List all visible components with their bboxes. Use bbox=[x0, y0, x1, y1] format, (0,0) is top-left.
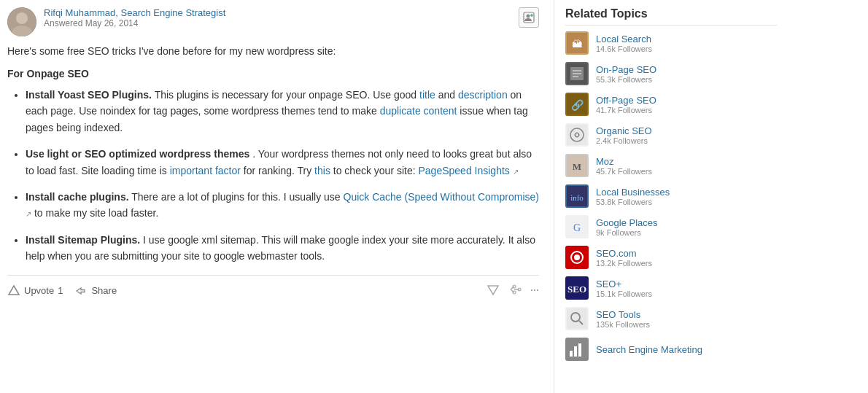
topic-item[interactable]: Search Engine Marketing bbox=[565, 338, 777, 361]
answer-footer: Upvote 1 Share bbox=[7, 275, 539, 299]
svg-point-31 bbox=[574, 254, 580, 260]
upvote-icon bbox=[7, 284, 20, 297]
topic-item[interactable]: SEOSEO+15.1k Followers bbox=[565, 276, 777, 300]
topic-name[interactable]: Google Places bbox=[596, 217, 658, 228]
avatar bbox=[7, 7, 36, 36]
author-link[interactable]: Rifqi Muhammad, Search Engine Strategist bbox=[44, 7, 225, 18]
share-button[interactable]: Share bbox=[74, 284, 117, 297]
topic-thumb-icon bbox=[565, 62, 589, 85]
topic-thumb bbox=[565, 123, 589, 147]
topic-followers: 45.7k Followers bbox=[596, 167, 652, 176]
svg-text:M: M bbox=[573, 161, 581, 172]
ext-link-icon2: ↗ bbox=[26, 210, 31, 218]
topic-thumb bbox=[565, 246, 589, 269]
ext-link-icon: ↗ bbox=[513, 168, 519, 176]
topic-item[interactable]: On-Page SEO55.3k Followers bbox=[565, 62, 777, 85]
topic-followers: 53.8k Followers bbox=[596, 198, 670, 206]
topic-followers: 13.2k Followers bbox=[596, 259, 652, 268]
share-label: Share bbox=[91, 285, 117, 296]
duplicate-link[interactable]: duplicate content bbox=[380, 105, 457, 117]
topic-item[interactable]: SEO.com13.2k Followers bbox=[565, 246, 777, 269]
svg-text:SEO: SEO bbox=[567, 284, 586, 295]
topic-item[interactable]: infoLocal Businesses53.8k Followers bbox=[565, 184, 777, 208]
author-left: Rifqi Muhammad, Search Engine Strategist… bbox=[7, 7, 225, 36]
quickcache-link[interactable]: Quick Cache (Speed Without Compromise) bbox=[344, 191, 539, 203]
svg-text:info: info bbox=[570, 193, 584, 202]
topic-thumb-icon bbox=[565, 246, 589, 269]
topic-thumb: M bbox=[565, 154, 589, 177]
list-item: Install cache plugins. There are a lot o… bbox=[26, 189, 539, 222]
section-heading: For Onpage SEO bbox=[7, 68, 539, 79]
follow-button[interactable] bbox=[519, 7, 539, 28]
author-row: Rifqi Muhammad, Search Engine Strategist… bbox=[7, 7, 539, 36]
author-name: Rifqi Muhammad, Search Engine Strategist bbox=[44, 7, 225, 18]
topic-thumb-icon: 🔗 bbox=[565, 93, 589, 116]
topic-item[interactable]: SEO Tools135k Followers bbox=[565, 307, 777, 330]
topic-info: SEO Tools135k Followers bbox=[596, 309, 650, 329]
title-link[interactable]: title bbox=[419, 89, 435, 101]
svg-point-1 bbox=[16, 12, 28, 24]
description-link[interactable]: description bbox=[458, 89, 508, 101]
topic-thumb-icon: info bbox=[565, 184, 589, 208]
topic-item[interactable]: 🏔Local Search14.6k Followers bbox=[565, 31, 777, 55]
svg-text:🏔: 🏔 bbox=[572, 39, 582, 50]
author-info: Rifqi Muhammad, Search Engine Strategist… bbox=[44, 7, 225, 28]
footer-left: Upvote 1 Share bbox=[7, 284, 117, 297]
svg-text:G: G bbox=[573, 222, 581, 233]
upvote-label: Upvote bbox=[24, 285, 54, 296]
svg-rect-39 bbox=[574, 346, 577, 357]
important-link[interactable]: important factor bbox=[170, 165, 241, 176]
topic-item[interactable]: 🔗Off-Page SEO41.7k Followers bbox=[565, 93, 777, 116]
answer-content: Rifqi Muhammad, Search Engine Strategist… bbox=[0, 0, 554, 393]
avatar-image bbox=[7, 7, 36, 36]
topic-thumb: SEO bbox=[565, 276, 589, 300]
share-alt-icon[interactable] bbox=[508, 283, 522, 299]
topic-name[interactable]: SEO Tools bbox=[596, 309, 650, 320]
topic-thumb-icon: 🏔 bbox=[565, 31, 589, 55]
topic-thumb-icon bbox=[565, 338, 589, 361]
svg-rect-40 bbox=[578, 343, 581, 357]
follow-icon bbox=[523, 12, 535, 23]
topic-followers: 41.7k Followers bbox=[596, 106, 656, 114]
svg-rect-38 bbox=[570, 351, 573, 357]
svg-rect-21 bbox=[567, 125, 587, 145]
upvote-count: 1 bbox=[58, 285, 63, 296]
topic-followers: 2.4k Followers bbox=[596, 136, 652, 145]
bullet-bold: Use light or SEO optimized wordpress the… bbox=[26, 148, 249, 160]
topic-name[interactable]: On-Page SEO bbox=[596, 64, 656, 75]
upvote-button[interactable]: Upvote 1 bbox=[7, 284, 63, 297]
topic-followers: 14.6k Followers bbox=[596, 44, 652, 53]
list-item: Use light or SEO optimized wordpress the… bbox=[26, 146, 539, 179]
more-options-icon[interactable]: ··· bbox=[530, 284, 539, 297]
downvote-icon[interactable] bbox=[487, 283, 500, 299]
footer-right: ··· bbox=[487, 283, 539, 299]
topic-thumb-icon: M bbox=[565, 154, 589, 177]
topics-list: 🏔Local Search14.6k FollowersOn-Page SEO5… bbox=[565, 31, 777, 361]
topic-thumb: 🔗 bbox=[565, 93, 589, 116]
bullet-bold: Install Sitemap Plugins. bbox=[26, 234, 140, 246]
topic-name[interactable]: Moz bbox=[596, 156, 652, 167]
sidebar: Related Topics 🏔Local Search14.6k Follow… bbox=[554, 0, 788, 393]
topic-item[interactable]: Organic SEO2.4k Followers bbox=[565, 123, 777, 147]
topic-name[interactable]: SEO.com bbox=[596, 248, 652, 259]
topic-name[interactable]: Local Search bbox=[596, 34, 652, 44]
topic-info: Google Places9k Followers bbox=[596, 217, 658, 237]
topic-name[interactable]: Organic SEO bbox=[596, 125, 652, 136]
topic-followers: 135k Followers bbox=[596, 320, 650, 329]
pagespeed-link[interactable]: PageSpeed Insights bbox=[419, 165, 510, 176]
svg-marker-7 bbox=[9, 286, 19, 295]
topic-name[interactable]: Local Businesses bbox=[596, 187, 670, 198]
topic-followers: 55.3k Followers bbox=[596, 75, 656, 84]
topic-name[interactable]: SEO+ bbox=[596, 279, 652, 289]
topic-item[interactable]: MMoz45.7k Followers bbox=[565, 154, 777, 177]
topic-info: Moz45.7k Followers bbox=[596, 156, 652, 176]
svg-rect-34 bbox=[567, 308, 587, 329]
topic-name[interactable]: Search Engine Marketing bbox=[596, 344, 702, 355]
this-link[interactable]: this bbox=[314, 165, 330, 176]
topic-item[interactable]: GGoogle Places9k Followers bbox=[565, 215, 777, 238]
topic-thumb: 🏔 bbox=[565, 31, 589, 55]
topic-info: Search Engine Marketing bbox=[596, 344, 702, 355]
topic-name[interactable]: Off-Page SEO bbox=[596, 95, 656, 106]
topic-thumb-icon: G bbox=[565, 215, 589, 238]
svg-text:🔗: 🔗 bbox=[571, 99, 584, 112]
